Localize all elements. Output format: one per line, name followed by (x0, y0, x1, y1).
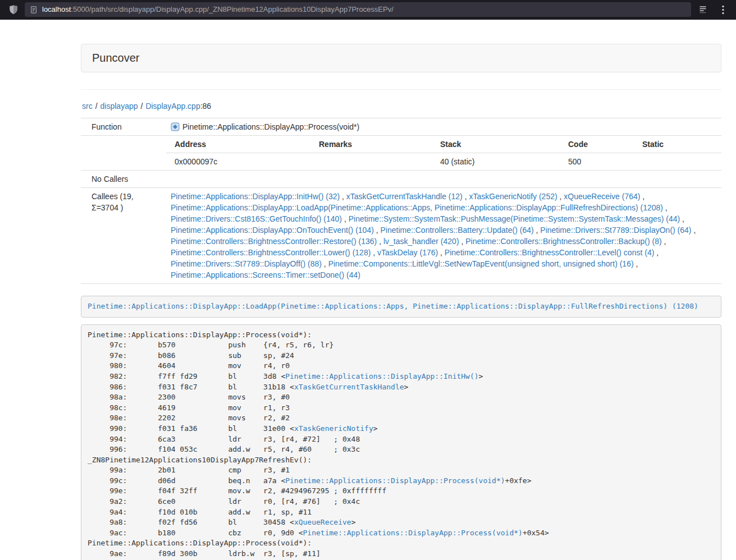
callee-link[interactable]: Pinetime::Drivers::St7789::DisplayOn() (… (540, 226, 691, 235)
divider (81, 89, 721, 90)
callee-link[interactable]: Pinetime::Controllers::BrightnessControl… (171, 248, 371, 257)
breadcrumb-file-link[interactable]: DisplayApp.cpp (145, 102, 200, 111)
function-name: Pinetime::Applications::DisplayApp::Proc… (182, 122, 359, 131)
callees-row: Callees (19, Σ=3704 ) Pinetime::Applicat… (81, 187, 721, 283)
stack-value: 40 (static) (436, 153, 564, 170)
reader-view-button[interactable] (694, 2, 711, 17)
kebab-menu-icon (722, 5, 724, 15)
symbol-link[interactable]: xTaskGetCurrentTaskHandle (294, 383, 404, 391)
callee-link[interactable]: Pinetime::Applications::Screens::Timer::… (171, 270, 360, 279)
breadcrumb-line-number: :86 (200, 102, 211, 111)
symbol-link[interactable]: Pinetime::Applications::DisplayApp::Init… (285, 372, 478, 380)
breadcrumb: src/displayapp/DisplayApp.cpp:86 (82, 101, 721, 112)
static-value (638, 153, 721, 170)
callee-link[interactable]: Pinetime::Applications::DisplayApp::Init… (171, 192, 340, 201)
symbol-link[interactable]: xQueueReceive (294, 518, 351, 526)
symbol-link[interactable]: Pinetime::Applications::DisplayApp::Proc… (285, 476, 505, 485)
no-callers-label: No Callers (81, 171, 166, 187)
callee-link[interactable]: Pinetime::Applications::DisplayApp::Load… (171, 203, 663, 212)
stats-cell: Address Remarks Stack Code Static 0x0000… (166, 136, 721, 170)
callee-link[interactable]: Pinetime::Drivers::St7789::DisplayOff() … (171, 259, 322, 268)
callee-link[interactable]: Pinetime::Drivers::Cst816S::GetTouchInfo… (171, 214, 342, 223)
callers-cell-empty (166, 171, 721, 187)
function-name-cell: Pinetime::Applications::DisplayApp::Proc… (166, 118, 721, 135)
callee-link[interactable]: Pinetime::Controllers::BrightnessControl… (465, 237, 661, 246)
function-row: Function Pinetime::Applications::Display… (81, 118, 721, 135)
callee-link[interactable]: Pinetime::System::SystemTask::PushMessag… (349, 214, 680, 223)
breadcrumb-displayapp-link[interactable]: displayapp (100, 102, 138, 111)
col-header-static: Static (638, 136, 721, 153)
col-header-remarks: Remarks (314, 136, 436, 153)
url-host: localhost (42, 4, 71, 15)
callee-link[interactable]: Pinetime::Controllers::BrightnessControl… (171, 237, 377, 246)
url-path: :5000/path/src/displayapp/DisplayApp.cpp… (71, 4, 394, 15)
method-icon (171, 122, 180, 131)
col-header-code: Code (564, 136, 638, 153)
callees-list: Pinetime::Applications::DisplayApp::Init… (166, 188, 721, 283)
col-header-stack: Stack (436, 136, 564, 153)
breadcrumb-separator: / (95, 102, 98, 111)
page-container: Puncover src/displayapp/DisplayApp.cpp:8… (81, 20, 721, 560)
callee-link[interactable]: Pinetime::Components::LittleVgl::SetNewT… (328, 259, 634, 268)
callee-link[interactable]: xQueueReceive (764) (564, 192, 640, 201)
remarks-value (314, 153, 436, 170)
browser-toolbar: localhost:5000/path/src/displayapp/Displ… (0, 0, 736, 20)
callee-link[interactable]: xTaskGenericNotify (252) (469, 192, 557, 201)
highlighted-symbol-link[interactable]: Pinetime::Applications::DisplayApp::Load… (88, 302, 698, 310)
col-header-address: Address (166, 136, 314, 153)
tracking-protection-shield-icon[interactable] (6, 4, 21, 15)
symbol-link[interactable]: xTaskGenericNotify (294, 424, 373, 433)
callee-link[interactable]: vTaskDelay (176) (377, 248, 438, 257)
symbol-table: Function Pinetime::Applications::Display… (81, 118, 721, 284)
url-bar[interactable]: localhost:5000/path/src/displayapp/Displ… (25, 2, 691, 17)
stats-row: Address Remarks Stack Code Static 0x0000… (81, 135, 721, 170)
callee-link[interactable]: Pinetime::Controllers::BrightnessControl… (445, 248, 654, 257)
callees-label: Callees (19, Σ=3704 ) (81, 188, 166, 283)
callee-link[interactable]: xTaskGetCurrentTaskHandle (12) (346, 192, 463, 201)
symbol-link[interactable]: Pinetime::Applications::DisplayApp::Proc… (303, 529, 523, 537)
disassembly-pre: Pinetime::Applications::DisplayApp::Proc… (81, 324, 721, 560)
breadcrumb-separator: / (141, 102, 143, 111)
callee-link[interactable]: Pinetime::Controllers::Battery::Update()… (381, 226, 534, 235)
reader-view-icon (698, 5, 707, 14)
code-size-value: 500 (564, 153, 638, 170)
callee-link[interactable]: Pinetime::Applications::DisplayApp::OnTo… (171, 226, 374, 235)
shield-icon (8, 4, 19, 15)
stats-values-row: 0x0000097c 40 (static) 500 (166, 153, 721, 170)
browser-menu-button[interactable] (716, 2, 730, 17)
address-value: 0x0000097c (166, 153, 314, 170)
callee-link[interactable]: lv_task_handler (420) (383, 237, 459, 246)
breadcrumb-src-link[interactable]: src (82, 102, 93, 111)
stats-label-empty (81, 136, 166, 170)
app-title-panel: Puncover (81, 44, 721, 72)
page-info-icon[interactable] (30, 6, 38, 14)
highlighted-symbol-box: Pinetime::Applications::DisplayApp::Load… (81, 296, 721, 318)
callers-row: No Callers (81, 170, 721, 187)
function-label: Function (81, 118, 166, 135)
page-title: Puncover (92, 52, 140, 64)
stats-table: Address Remarks Stack Code Static 0x0000… (166, 136, 721, 170)
